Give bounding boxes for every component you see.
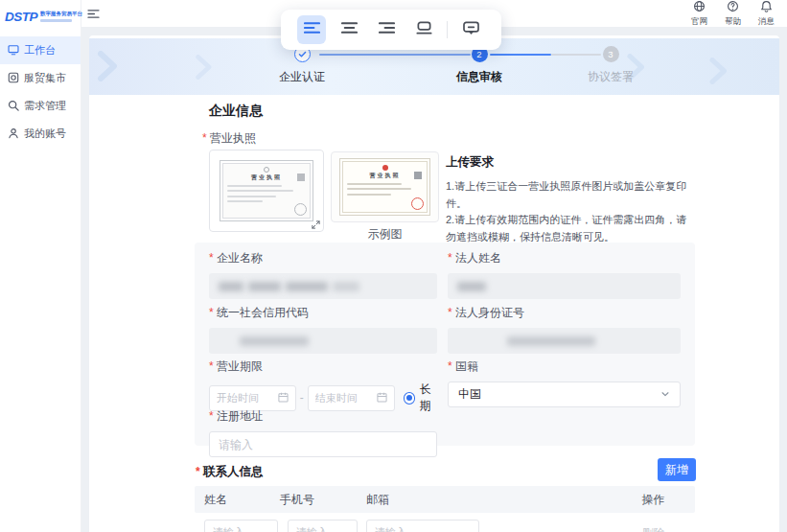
contact-email-input[interactable]: [366, 520, 479, 532]
field-credit-code: 统一社会信用代码: [209, 305, 437, 354]
user-icon: [8, 127, 19, 141]
action-label: 官网: [691, 16, 707, 28]
sidebar-item-workbench[interactable]: 工作台: [0, 36, 81, 64]
main-area: 企业认证 2 信息审核 3 协议签署 企业信息 营业执照 营业执照: [81, 27, 787, 532]
redacted-value: [507, 336, 595, 346]
section-title-enterprise-info: 企业信息: [209, 103, 263, 120]
term-start-input[interactable]: [217, 392, 278, 404]
cert-seal: [294, 203, 307, 216]
align-left-button[interactable]: [297, 15, 326, 44]
sidebar-nav: 工作台 服贸集市 需求管理 我的账号: [0, 36, 81, 148]
field-legal-id: 法人身份证号: [448, 305, 681, 354]
registered-address-input[interactable]: [209, 431, 437, 457]
align-center-icon: [341, 21, 358, 38]
cert-emblem: [264, 167, 269, 173]
field-nationality: 国籍 中国: [448, 359, 681, 407]
align-bottom-icon: [416, 21, 432, 38]
help-button[interactable]: 帮助: [720, 0, 746, 28]
credit-code-input: [209, 328, 437, 354]
redacted-value: [286, 282, 328, 291]
field-registered-address: 注册地址: [209, 408, 437, 457]
sample-caption: 示例图: [331, 226, 439, 243]
calendar-icon: [278, 389, 289, 406]
nationality-value: 中国: [458, 386, 481, 403]
col-phone: 手机号: [280, 492, 366, 508]
nationality-select[interactable]: 中国: [448, 382, 681, 407]
legal-name-input: [448, 273, 681, 299]
annotation-toolbar: [281, 10, 501, 50]
radio-selected-icon: [404, 392, 416, 405]
upload-requirements-title: 上传要求: [446, 154, 697, 171]
term-end-input[interactable]: [315, 392, 377, 404]
cert-seal: [411, 197, 424, 210]
align-right-icon: [379, 21, 395, 38]
col-email: 邮箱: [366, 492, 612, 508]
sidebar-fold-icon[interactable]: [87, 9, 100, 19]
expand-icon[interactable]: [312, 220, 320, 229]
comment-icon: [463, 21, 479, 39]
contacts-section-title: 联系人信息: [196, 464, 264, 480]
col-name: 姓名: [195, 492, 280, 508]
contact-name-input[interactable]: [204, 520, 278, 532]
field-company-name: 企业名称: [209, 250, 437, 299]
step-label: 信息审核: [456, 69, 502, 85]
step-agreement-signing[interactable]: 3 协议签署: [553, 46, 668, 85]
chevron-down-icon: [660, 388, 670, 402]
step-info-review[interactable]: 2 信息审核: [422, 46, 537, 85]
sidebar-item-demand[interactable]: 需求管理: [0, 92, 81, 120]
field-business-term: 营业期限 - 长期: [209, 359, 442, 414]
step-label: 企业认证: [279, 69, 325, 85]
sidebar-item-label: 我的账号: [24, 127, 66, 141]
legal-id-input: [448, 328, 681, 354]
logo-subtitle-block: 数字服务贸易平台: [40, 11, 82, 22]
sidebar-item-account[interactable]: 我的账号: [0, 120, 81, 148]
delete-row-button[interactable]: 删除: [612, 525, 695, 532]
legal-name-label: 法人姓名: [448, 250, 681, 266]
business-term-label: 营业期限: [209, 359, 442, 375]
align-center-button[interactable]: [335, 15, 363, 44]
action-label: 帮助: [725, 16, 741, 28]
step-enterprise-certification[interactable]: 企业认证: [244, 46, 359, 85]
redacted-value: [240, 336, 309, 346]
business-license-label: 营业执照: [202, 130, 256, 147]
redacted-value: [457, 282, 486, 291]
license-sample-preview: 营业执照: [331, 151, 439, 222]
redacted-value: [219, 282, 243, 291]
contact-phone-input[interactable]: [288, 520, 358, 532]
sidebar-item-label: 需求管理: [24, 99, 66, 113]
align-right-button[interactable]: [372, 15, 401, 44]
sample-license-image: 营业执照: [339, 158, 430, 216]
messages-button[interactable]: 消息: [753, 0, 779, 28]
official-site-button[interactable]: 官网: [686, 0, 712, 28]
sidebar: DSTP 数字服务贸易平台 工作台 服贸集市 需求管理 我的账号: [0, 0, 81, 532]
license-upload-preview[interactable]: 营业执照: [209, 150, 324, 232]
content-card: 企业认证 2 信息审核 3 协议签署 企业信息 营业执照 营业执照: [89, 35, 779, 532]
step-number: 3: [603, 46, 619, 62]
bell-icon: [760, 0, 773, 16]
term-start-datepicker[interactable]: [209, 385, 296, 411]
sidebar-item-market[interactable]: 服贸集市: [0, 64, 81, 92]
redacted-value: [333, 282, 359, 291]
cert-qr-block: [297, 173, 305, 181]
align-bottom-button[interactable]: [409, 15, 438, 44]
cert-title: 营业执照: [347, 173, 423, 179]
step-label: 协议签署: [588, 69, 634, 85]
upload-requirement-item: 2.请上传有效期范围内的证件，证件需露出四角，请勿遮挡或模糊，保持信息清晰可见。: [446, 212, 697, 245]
enterprise-form-panel: 企业名称 法人姓名 统一社会信用代码: [195, 243, 695, 446]
nationality-label: 国籍: [448, 359, 681, 375]
sidebar-item-label: 服贸集市: [24, 71, 66, 85]
workbench-icon: [8, 44, 19, 58]
comment-button[interactable]: [456, 15, 485, 44]
logo-subtitle: 数字服务贸易平台: [40, 11, 82, 17]
add-contact-button[interactable]: 新增: [658, 458, 696, 481]
market-icon: [8, 72, 19, 85]
logo-tagline-bar: [40, 19, 72, 22]
decor-chevron: [195, 55, 216, 80]
app-logo: DSTP 数字服务贸易平台: [0, 0, 81, 27]
contacts-table: 姓名 手机号 邮箱 操作 删除: [195, 486, 695, 532]
calendar-icon: [377, 389, 387, 406]
term-end-datepicker[interactable]: [308, 385, 395, 411]
license-image: 营业执照: [220, 160, 313, 221]
term-separator: -: [300, 391, 304, 405]
help-icon: [727, 0, 739, 16]
